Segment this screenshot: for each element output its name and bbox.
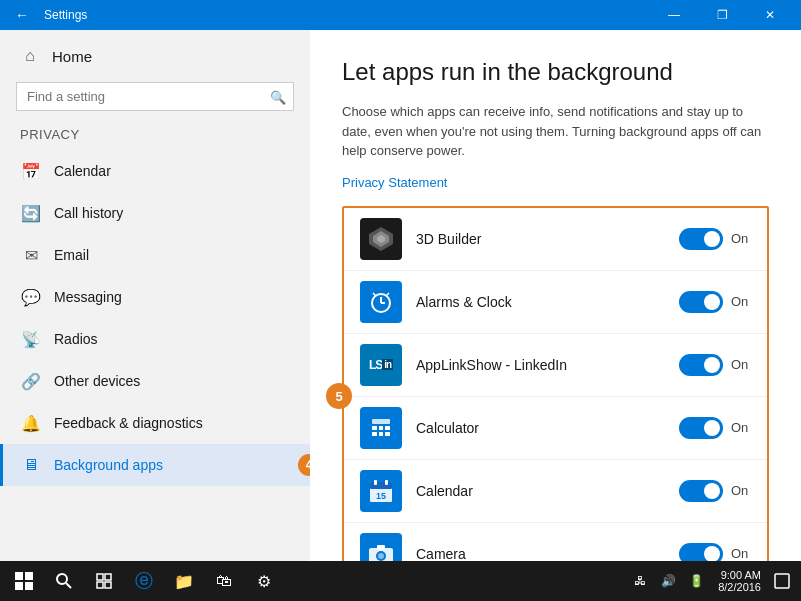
svg-rect-27 [25, 582, 33, 590]
apps-list: 3D Builder On [342, 206, 769, 562]
search-icon: 🔍 [270, 89, 286, 104]
edge-button[interactable]: ⓔ [124, 561, 164, 601]
toggle-container: On [679, 354, 751, 376]
store-button[interactable]: 🛍 [204, 561, 244, 601]
battery-icon[interactable]: 🔋 [684, 569, 708, 593]
sidebar-item-radios[interactable]: 📡 Radios [0, 318, 310, 360]
svg-rect-25 [25, 572, 33, 580]
sidebar-item-calendar[interactable]: 📅 Calendar [0, 150, 310, 192]
sidebar-item-background-apps[interactable]: 🖥 Background apps [0, 444, 310, 486]
home-label: Home [52, 48, 92, 65]
content-area: Let apps run in the background Choose wh… [310, 30, 801, 561]
taskbar: ⓔ 📁 🛍 ⚙ 🖧 🔊 🔋 9:00 AM 8/2/2016 [0, 561, 801, 601]
system-tray: 🖧 🔊 🔋 [628, 569, 712, 593]
svg-rect-10 [379, 426, 383, 430]
app-icon [360, 533, 402, 562]
window-title: Settings [44, 8, 651, 22]
task-view-button[interactable] [84, 561, 124, 601]
app-row: Calculator On [344, 397, 767, 460]
toggle-container: On [679, 543, 751, 562]
system-clock[interactable]: 9:00 AM 8/2/2016 [712, 569, 767, 593]
app-icon [360, 407, 402, 449]
other-devices-icon: 🔗 [20, 370, 42, 392]
toggle-container: On [679, 417, 751, 439]
home-nav-item[interactable]: ⌂ Home [0, 30, 310, 78]
volume-icon[interactable]: 🔊 [656, 569, 680, 593]
sidebar-item-label: Email [54, 247, 89, 263]
radios-icon: 📡 [20, 328, 42, 350]
window-controls: — ❐ ✕ [651, 0, 793, 30]
step5-badge: 5 [326, 383, 352, 409]
toggle-switch[interactable] [679, 417, 723, 439]
svg-rect-16 [370, 482, 392, 489]
sidebar-item-email[interactable]: ✉ Email [0, 234, 310, 276]
sidebar-item-label: Radios [54, 331, 98, 347]
svg-point-22 [378, 553, 384, 559]
close-button[interactable]: ✕ [747, 0, 793, 30]
sidebar-item-other-devices[interactable]: 🔗 Other devices [0, 360, 310, 402]
sidebar-item-feedback[interactable]: 🔔 Feedback & diagnostics [0, 402, 310, 444]
app-name: AppLinkShow - LinkedIn [416, 357, 679, 373]
app-name: Calculator [416, 420, 679, 436]
svg-rect-9 [372, 426, 377, 430]
background-apps-icon: 🖥 [20, 454, 42, 476]
app-icon: LS in [360, 344, 402, 386]
svg-rect-32 [97, 582, 103, 588]
clock-date: 8/2/2016 [718, 581, 761, 593]
toggle-container: On [679, 480, 751, 502]
app-icon [360, 281, 402, 323]
toggle-switch[interactable] [679, 228, 723, 250]
messaging-icon: 💬 [20, 286, 42, 308]
file-explorer-button[interactable]: 📁 [164, 561, 204, 601]
notification-button[interactable] [767, 561, 797, 601]
svg-text:15: 15 [376, 491, 386, 501]
clock-time: 9:00 AM [721, 569, 761, 581]
content-description: Choose which apps can receive info, send… [342, 102, 769, 161]
svg-rect-18 [385, 480, 388, 485]
app-row: Alarms & Clock On [344, 271, 767, 334]
sidebar-item-label: Calendar [54, 163, 111, 179]
search-input[interactable] [16, 82, 294, 111]
toggle-label: On [731, 357, 751, 372]
svg-rect-26 [15, 582, 23, 590]
svg-point-28 [57, 574, 67, 584]
app-name: 3D Builder [416, 231, 679, 247]
svg-line-7 [386, 293, 389, 296]
privacy-statement-link[interactable]: Privacy Statement [342, 175, 769, 190]
toggle-label: On [731, 483, 751, 498]
toggle-switch[interactable] [679, 480, 723, 502]
svg-rect-31 [105, 574, 111, 580]
app-row: 15 Calendar On [344, 460, 767, 523]
svg-rect-12 [372, 432, 377, 436]
sidebar-item-messaging[interactable]: 💬 Messaging [0, 276, 310, 318]
email-icon: ✉ [20, 244, 42, 266]
sidebar-item-label: Call history [54, 205, 123, 221]
app-icon [360, 218, 402, 260]
svg-rect-33 [105, 582, 111, 588]
svg-rect-8 [372, 419, 390, 424]
start-button[interactable] [4, 561, 44, 601]
sidebar-item-label: Feedback & diagnostics [54, 415, 203, 431]
sidebar: ⌂ Home 🔍 Privacy 📅 Calendar 🔄 Call histo… [0, 30, 310, 561]
search-taskbar-button[interactable] [44, 561, 84, 601]
toggle-switch[interactable] [679, 291, 723, 313]
svg-rect-17 [374, 480, 377, 485]
app-icon: 15 [360, 470, 402, 512]
toggle-container: On [679, 291, 751, 313]
app-name: Calendar [416, 483, 679, 499]
network-icon[interactable]: 🖧 [628, 569, 652, 593]
toggle-switch[interactable] [679, 543, 723, 562]
feedback-icon: 🔔 [20, 412, 42, 434]
svg-rect-24 [15, 572, 23, 580]
sidebar-item-label: Messaging [54, 289, 122, 305]
sidebar-item-call-history[interactable]: 🔄 Call history [0, 192, 310, 234]
back-button[interactable]: ← [8, 1, 36, 29]
titlebar: ← Settings — ❐ ✕ [0, 0, 801, 30]
home-icon: ⌂ [20, 46, 40, 66]
restore-button[interactable]: ❐ [699, 0, 745, 30]
toggle-switch[interactable] [679, 354, 723, 376]
app-name: Alarms & Clock [416, 294, 679, 310]
minimize-button[interactable]: — [651, 0, 697, 30]
svg-rect-11 [385, 426, 390, 430]
settings-taskbar-button[interactable]: ⚙ [244, 561, 284, 601]
